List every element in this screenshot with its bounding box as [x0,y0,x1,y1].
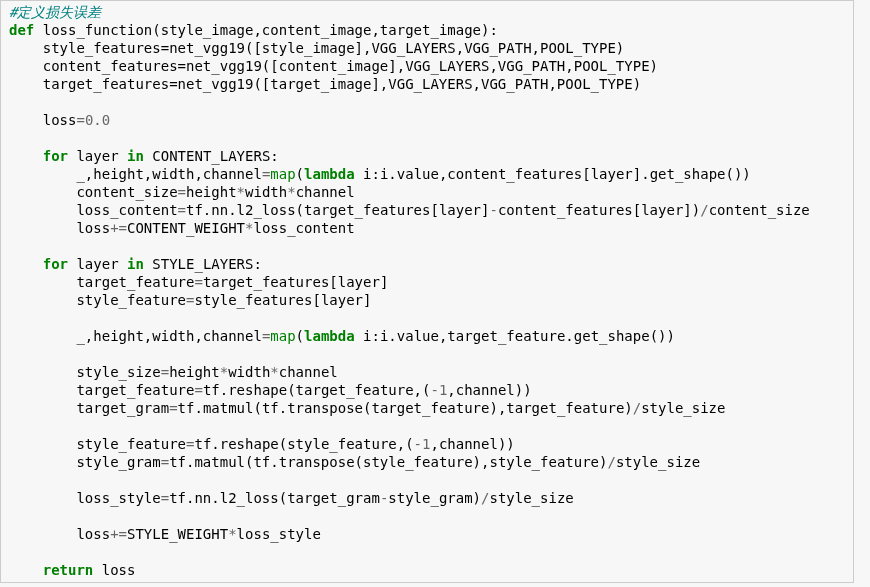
code-text: _,height,width,channel [9,328,262,344]
code-text: channel [296,184,355,200]
code-text: i:i.value,target_feature.get_shape()) [355,328,675,344]
op-mul: * [270,364,278,380]
for-keyword: for [43,148,68,164]
op-assign: = [194,382,202,398]
code-text: ,channel)) [447,382,531,398]
code-text: STYLE_LAYERS: [144,256,262,272]
number-literal: -1 [414,436,431,452]
code-line: target_features=net_vgg19([target_image]… [9,76,641,92]
lambda-keyword: lambda [304,166,355,182]
code-text: content_size [709,202,810,218]
number-literal: 0.0 [85,112,110,128]
code-text: tf.nn.l2_loss(target_features[layer] [186,202,489,218]
function-signature: loss_function(style_image,content_image,… [34,22,498,38]
code-text: target_features[layer] [203,274,388,290]
code-text: _,height,width,channel [9,166,262,182]
code-text: STYLE_WEIGHT [127,526,228,542]
comment-line: #定义损失误差 [9,4,101,20]
code-text: layer [68,256,127,272]
op-minus: - [489,202,497,218]
map-builtin: map [270,166,295,182]
op-assign: = [76,112,84,128]
code-text: loss_style [237,526,321,542]
source-code: #定义损失误差 def loss_function(style_image,co… [9,3,845,579]
op-div: / [633,400,641,416]
op-assign: = [178,184,186,200]
code-text: content_size [9,184,178,200]
code-text: style_size [9,364,161,380]
code-text: height [169,364,220,380]
op-addeq: += [110,220,127,236]
code-text: style_feature [9,436,186,452]
code-text: style_feature [9,292,186,308]
return-keyword: return [43,562,94,578]
code-text: height [186,184,237,200]
op-mul: * [287,184,295,200]
code-text: tf.reshape(style_feature,( [194,436,413,452]
code-text: width [228,364,270,380]
op-div: / [607,454,615,470]
code-text: style_gram) [388,490,481,506]
op-assign: = [178,202,186,218]
op-mul: * [220,364,228,380]
code-text: loss [9,526,110,542]
code-text: style_size [616,454,700,470]
op-assign: = [169,400,177,416]
code-text: loss_content [253,220,354,236]
op-mul: * [237,184,245,200]
code-text: ( [296,166,304,182]
for-keyword: for [43,256,68,272]
op-addeq: += [110,526,127,542]
def-keyword: def [9,22,34,38]
code-text: tf.matmul(tf.transpose(style_feature),st… [169,454,607,470]
code-text: CONTENT_WEIGHT [127,220,245,236]
lambda-keyword: lambda [304,328,355,344]
code-text: i:i.value,content_features[layer].get_sh… [355,166,751,182]
code-text: loss [93,562,135,578]
code-line: style_features=net_vgg19([style_image],V… [9,40,624,56]
code-text: loss [9,112,76,128]
op-mul: * [228,526,236,542]
code-text: loss_content [9,202,178,218]
code-text: style_size [641,400,725,416]
code-text: layer [68,148,127,164]
code-text: width [245,184,287,200]
op-assign: = [161,490,169,506]
in-keyword: in [127,148,144,164]
code-text: ( [296,328,304,344]
code-text: ,channel)) [430,436,514,452]
code-text: tf.matmul(tf.transpose(target_feature),t… [178,400,633,416]
code-text: channel [279,364,338,380]
code-text: content_features[layer]) [498,202,700,218]
code-text: style_gram [9,454,161,470]
code-text: target_feature [9,274,194,290]
code-text: loss [9,220,110,236]
code-block: #定义损失误差 def loss_function(style_image,co… [0,0,854,583]
map-builtin: map [270,328,295,344]
code-text: style_features[layer] [194,292,371,308]
number-literal: -1 [430,382,447,398]
code-text: loss_style [9,490,161,506]
code-line: content_features=net_vgg19([content_imag… [9,58,658,74]
op-div: / [700,202,708,218]
code-text: target_gram [9,400,169,416]
op-assign: = [161,364,169,380]
in-keyword: in [127,256,144,272]
code-text: tf.reshape(target_feature,( [203,382,431,398]
op-assign: = [161,454,169,470]
code-text: target_feature [9,382,194,398]
code-text: style_size [489,490,573,506]
op-assign: = [194,274,202,290]
code-text: CONTENT_LAYERS: [144,148,279,164]
code-text: tf.nn.l2_loss(target_gram [169,490,380,506]
